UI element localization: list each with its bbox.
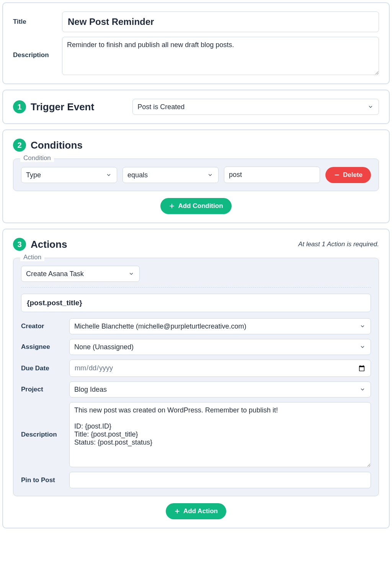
- step-badge-2: 2: [13, 139, 26, 152]
- actions-header: 3 Actions: [13, 238, 67, 251]
- description-textarea[interactable]: Reminder to finish and publish all new d…: [62, 37, 379, 75]
- delete-condition-button[interactable]: Delete: [325, 167, 371, 183]
- assignee-label: Assignee: [21, 343, 63, 351]
- title-input[interactable]: [62, 11, 379, 32]
- actions-panel: 3 Actions At least 1 Action is required.…: [2, 229, 390, 528]
- add-condition-button[interactable]: Add Condition: [160, 198, 231, 214]
- action-fieldset: Action Create Asana Task Creator Michell…: [13, 258, 379, 496]
- trigger-event-select[interactable]: Post is Created: [132, 99, 379, 115]
- title-label: Title: [13, 18, 55, 26]
- action-description-textarea[interactable]: This new post was created on WordPress. …: [69, 402, 371, 467]
- pin-to-post-label: Pin to Post: [21, 476, 63, 484]
- project-label: Project: [21, 386, 63, 393]
- creator-label: Creator: [21, 322, 63, 330]
- description-label: Description: [13, 37, 55, 59]
- condition-row: Type equals Delete: [21, 167, 371, 183]
- action-type-select[interactable]: Create Asana Task: [21, 266, 140, 282]
- plus-icon: [174, 508, 180, 514]
- step-badge-3: 3: [13, 238, 26, 251]
- action-task-title-input[interactable]: [21, 294, 371, 312]
- basic-info-panel: Title Description Reminder to finish and…: [2, 2, 390, 84]
- due-date-input[interactable]: [69, 360, 371, 377]
- add-action-label: Add Action: [183, 507, 218, 515]
- creator-select[interactable]: Michelle Blanchette (michelle@purpleturt…: [69, 318, 371, 334]
- step-badge-1: 1: [13, 100, 26, 113]
- trigger-heading: Trigger Event: [31, 101, 94, 113]
- add-condition-label: Add Condition: [178, 202, 223, 210]
- condition-legend: Condition: [20, 154, 54, 162]
- conditions-panel: 2 Conditions Condition Type equals Delet…: [2, 129, 390, 223]
- actions-hint: At least 1 Action is required.: [298, 240, 379, 248]
- condition-operator-select[interactable]: equals: [122, 167, 219, 183]
- condition-field-select[interactable]: Type: [21, 167, 117, 183]
- conditions-heading: Conditions: [31, 139, 83, 151]
- due-date-label: Due Date: [21, 365, 63, 372]
- minus-icon: [334, 172, 340, 178]
- plus-icon: [169, 203, 175, 209]
- delete-condition-label: Delete: [343, 171, 363, 179]
- trigger-panel: 1 Trigger Event Post is Created: [2, 90, 390, 124]
- pin-to-post-input[interactable]: [69, 472, 371, 488]
- actions-heading: Actions: [31, 239, 67, 250]
- action-divider: [21, 287, 371, 288]
- add-action-button[interactable]: Add Action: [166, 503, 226, 519]
- conditions-header: 2 Conditions: [13, 139, 379, 152]
- condition-value-input[interactable]: [224, 167, 320, 183]
- assignee-select[interactable]: None (Unassigned): [69, 339, 371, 355]
- trigger-header: 1 Trigger Event: [13, 100, 94, 113]
- action-description-label: Description: [21, 431, 63, 438]
- condition-fieldset: Condition Type equals Delete: [13, 159, 379, 191]
- project-select[interactable]: Blog Ideas: [69, 381, 371, 398]
- action-legend: Action: [20, 254, 44, 261]
